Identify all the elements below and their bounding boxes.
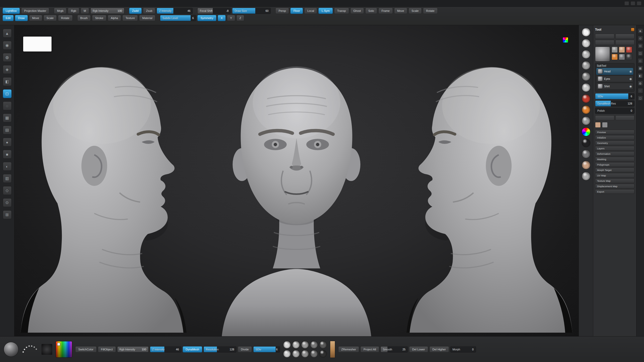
bottom-control[interactable]: Resolution 128	[204, 346, 236, 352]
local-sym-icon[interactable]: ◧	[638, 73, 643, 78]
shelf-control[interactable]: Alpha	[108, 15, 121, 21]
tool-button[interactable]	[595, 40, 614, 45]
material-sphere-gray7[interactable]	[582, 150, 590, 158]
shelf-control[interactable]: Y	[227, 15, 235, 21]
transparency-icon[interactable]: ◍	[638, 81, 643, 86]
palette-section[interactable]: Initialize	[595, 135, 634, 140]
matcap-sphere[interactable]	[319, 350, 327, 358]
alpha-icon[interactable]: ▦	[3, 114, 12, 122]
shelf-control[interactable]: Symmetry	[197, 15, 216, 21]
palette-section[interactable]: Polygroups	[595, 162, 634, 167]
shelf-control[interactable]: Floor	[290, 8, 303, 14]
texture-icon[interactable]: ▤	[3, 126, 12, 134]
menu-item[interactable]	[59, 3, 64, 4]
shelf-control[interactable]: Edit	[3, 15, 14, 21]
bottom-control[interactable]: Project All	[360, 346, 379, 352]
material-sphere-gray2[interactable]	[582, 50, 590, 59]
shelf-control[interactable]: Solo	[365, 8, 377, 14]
matcap-sphere[interactable]	[301, 350, 309, 358]
material-sphere-gray8[interactable]	[582, 172, 590, 180]
bottom-control[interactable]: FillObject	[98, 346, 116, 352]
matcap-sphere[interactable]	[283, 350, 291, 358]
material-sphere-gray1[interactable]	[582, 39, 590, 48]
shelf-control[interactable]: Z	[236, 15, 244, 21]
actual-size-icon[interactable]: ⊡	[638, 43, 643, 48]
solo-icon[interactable]: ◻	[638, 96, 643, 101]
current-tool-thumbnail[interactable]	[595, 47, 610, 62]
menu-item[interactable]	[65, 3, 70, 4]
matcap-sphere[interactable]	[283, 341, 291, 349]
palette-section[interactable]: Morph Target	[595, 168, 634, 172]
menu-item[interactable]	[99, 3, 104, 4]
shelf-control[interactable]: Material	[139, 15, 155, 21]
shelf-control[interactable]: Rgb Intensity 100	[90, 8, 124, 14]
menu-item[interactable]	[71, 3, 75, 4]
bottom-control[interactable]: SDiv 6	[253, 346, 280, 352]
shelf-control[interactable]: Local	[304, 8, 317, 14]
matcap-sphere[interactable]	[292, 341, 300, 349]
menu-item[interactable]	[105, 3, 109, 4]
shelf-control[interactable]: X	[218, 15, 226, 21]
skin-swatch[interactable]	[595, 122, 601, 128]
matcap-sphere[interactable]	[319, 341, 327, 349]
matcap-sphere[interactable]	[301, 341, 309, 349]
shelf-control[interactable]: M	[81, 8, 89, 14]
recent-tool-thumb[interactable]	[619, 47, 625, 53]
shelf-control[interactable]: Mrgb	[54, 8, 66, 14]
document-color-swatch[interactable]	[23, 37, 52, 51]
palette-section[interactable]: Geometry	[595, 141, 634, 145]
bottom-control[interactable]: Rgb Intensity 100	[117, 346, 149, 352]
shelf-control[interactable]: L.Sym	[318, 8, 333, 14]
shelf-control[interactable]: Persp	[275, 8, 289, 14]
shelf-control[interactable]: Z Intensity 46	[157, 8, 193, 14]
Head[interactable]: Head ◉	[596, 68, 633, 75]
shelf-control[interactable]: Rotate	[423, 8, 437, 14]
shelf-control[interactable]: Zsub	[143, 8, 155, 14]
Shirt[interactable]: Shirt ◉	[596, 83, 633, 90]
palette-popup-icon[interactable]	[631, 28, 634, 31]
draw-pointer-icon[interactable]: ▲	[3, 29, 12, 38]
shelf-control[interactable]: Rotate	[58, 15, 72, 21]
minimize-icon[interactable]	[624, 1, 629, 5]
menu-item[interactable]	[3, 3, 7, 4]
eye-icon[interactable]: ◉	[629, 70, 632, 73]
Eyes[interactable]: Eyes ◉	[596, 75, 633, 82]
bottom-control[interactable]: Divide	[238, 346, 252, 352]
material-sphere-white[interactable]	[582, 28, 590, 37]
bottom-control[interactable]: Z Intensity 46	[150, 346, 181, 352]
shelf-control[interactable]: Texture	[122, 15, 138, 21]
shelf-control[interactable]: LightBox	[3, 8, 20, 14]
palette-slider[interactable]: SDiv 6	[595, 93, 634, 99]
material-sphere-gray4[interactable]	[582, 72, 590, 81]
menu-item[interactable]	[14, 3, 19, 4]
material-sphere-gray6[interactable]	[582, 116, 590, 125]
menu-item[interactable]	[82, 3, 87, 4]
palette-section[interactable]: Deformation	[595, 151, 634, 156]
shelf-control[interactable]: Subdiv Level 6	[160, 15, 196, 21]
sculpt-render-three-views[interactable]	[14, 25, 579, 336]
shelf-control[interactable]: Move	[394, 8, 407, 14]
stroke-icon[interactable]: ◌	[3, 101, 12, 110]
menu-item[interactable]	[116, 3, 121, 4]
bottom-control[interactable]: ZRemesher	[338, 346, 359, 352]
colorpicker-cube-icon[interactable]	[563, 37, 568, 43]
recent-tool-thumb[interactable]	[619, 54, 625, 60]
shelf-control[interactable]: Draw Size 60	[232, 8, 271, 14]
material-sphere-orange[interactable]	[582, 105, 590, 114]
shelf-control[interactable]: Move	[29, 15, 42, 21]
shelf-control[interactable]: Ghost	[350, 8, 364, 14]
bottom-control[interactable]: Del Higher	[429, 346, 449, 352]
matcap-sphere[interactable]	[310, 350, 318, 358]
shelf-control[interactable]: Rgb	[68, 8, 79, 14]
palette-slider[interactable]: Polish 0	[595, 108, 634, 114]
shelf-control[interactable]: Scale	[44, 15, 57, 21]
menu-item[interactable]	[122, 3, 126, 4]
menu-item[interactable]	[127, 3, 132, 4]
zoom-icon[interactable]: ⊙	[638, 36, 643, 41]
tool-button[interactable]	[615, 34, 635, 39]
tool-button[interactable]	[595, 34, 614, 39]
zoom-icon[interactable]: ⊙	[3, 198, 12, 207]
alpha-preview[interactable]	[41, 344, 53, 355]
material-sphere-gray5[interactable]	[582, 83, 590, 92]
matcap-sphere[interactable]	[310, 341, 318, 349]
